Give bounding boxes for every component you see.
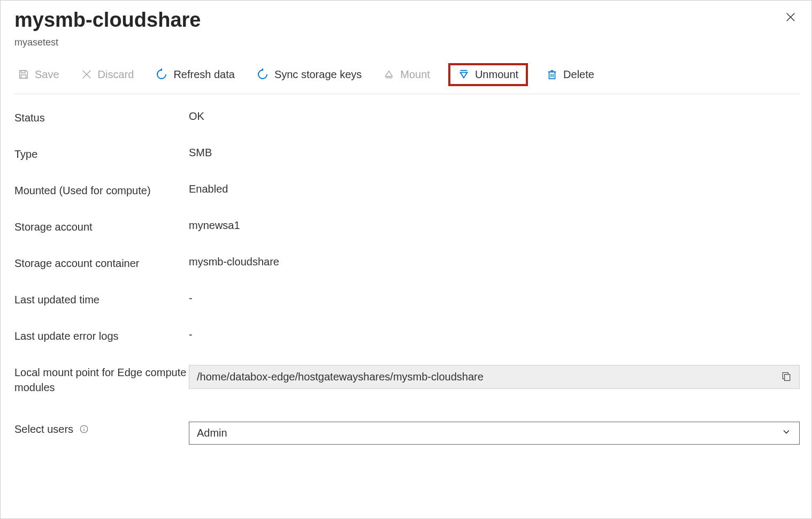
panel-header: mysmb-cloudshare myasetest	[14, 8, 800, 48]
save-button: Save	[14, 66, 63, 83]
info-icon[interactable]	[79, 424, 89, 434]
row-error-logs: Last update error logs -	[14, 329, 800, 344]
label-type: Type	[14, 147, 189, 162]
refresh-label: Refresh data	[173, 68, 235, 81]
value-status: OK	[189, 110, 800, 123]
value-mounted: Enabled	[189, 183, 800, 195]
svg-marker-8	[461, 72, 468, 78]
row-storage-account: Storage account mynewsa1	[14, 219, 800, 234]
svg-marker-6	[386, 71, 393, 77]
sync-icon	[256, 68, 269, 81]
copy-icon	[781, 371, 792, 381]
close-button[interactable]	[782, 8, 800, 28]
discard-button: Discard	[78, 66, 137, 83]
unmount-icon	[458, 68, 470, 80]
delete-label: Delete	[563, 68, 594, 81]
unmount-button[interactable]: Unmount	[448, 63, 528, 86]
mount-point-field: /home/databox-edge/hostgatewayshares/mys…	[189, 365, 800, 389]
label-error-logs: Last update error logs	[14, 329, 189, 344]
page-title: mysmb-cloudshare	[14, 8, 201, 33]
refresh-icon	[155, 68, 168, 81]
svg-point-20	[83, 427, 84, 428]
title-block: mysmb-cloudshare myasetest	[14, 8, 201, 48]
select-users-value: Admin	[197, 427, 227, 439]
mount-label: Mount	[400, 68, 430, 81]
properties-section: Status OK Type SMB Mounted (Used for com…	[14, 110, 800, 445]
delete-icon	[546, 68, 558, 80]
delete-button[interactable]: Delete	[543, 66, 597, 83]
svg-rect-17	[785, 374, 790, 380]
label-mounted: Mounted (Used for compute)	[14, 183, 189, 198]
page-subtitle: myasetest	[14, 37, 201, 48]
select-users-text: Select users	[14, 422, 73, 437]
label-storage-account: Storage account	[14, 219, 189, 234]
discard-icon	[81, 68, 93, 80]
svg-rect-2	[21, 71, 25, 73]
value-storage-account: mynewsa1	[189, 219, 800, 232]
label-storage-container: Storage account container	[14, 256, 189, 271]
copy-mount-point-button[interactable]	[780, 370, 793, 384]
row-type: Type SMB	[14, 147, 800, 162]
row-mount-point: Local mount point for Edge compute modul…	[14, 365, 800, 395]
row-last-updated: Last updated time -	[14, 292, 800, 307]
select-users-dropdown[interactable]: Admin	[189, 422, 800, 445]
row-status: Status OK	[14, 110, 800, 125]
value-storage-container: mysmb-cloudshare	[189, 256, 800, 268]
mount-icon	[383, 68, 395, 80]
svg-rect-10	[549, 72, 555, 79]
row-storage-container: Storage account container mysmb-cloudsha…	[14, 256, 800, 271]
unmount-label: Unmount	[475, 68, 518, 81]
chevron-down-icon	[781, 426, 792, 440]
command-bar: Save Discard Refresh data	[14, 63, 800, 94]
value-type: SMB	[189, 147, 800, 159]
sync-label: Sync storage keys	[274, 68, 362, 81]
save-icon	[18, 68, 29, 80]
discard-label: Discard	[98, 68, 134, 81]
refresh-data-button[interactable]: Refresh data	[152, 66, 238, 83]
mount-point-value: /home/databox-edge/hostgatewayshares/mys…	[197, 371, 484, 383]
label-last-updated: Last updated time	[14, 292, 189, 307]
row-select-users: Select users Admin	[14, 422, 800, 445]
value-error-logs: -	[189, 329, 800, 341]
svg-rect-3	[21, 75, 26, 78]
label-status: Status	[14, 110, 189, 125]
mount-button: Mount	[380, 66, 433, 83]
label-mount-point: Local mount point for Edge compute modul…	[14, 365, 189, 395]
sync-storage-keys-button[interactable]: Sync storage keys	[253, 66, 365, 83]
close-icon	[785, 11, 796, 23]
row-mounted: Mounted (Used for compute) Enabled	[14, 183, 800, 198]
save-label: Save	[35, 68, 59, 81]
share-detail-panel: mysmb-cloudshare myasetest Save	[0, 0, 812, 519]
value-last-updated: -	[189, 292, 800, 304]
label-select-users: Select users	[14, 422, 189, 437]
